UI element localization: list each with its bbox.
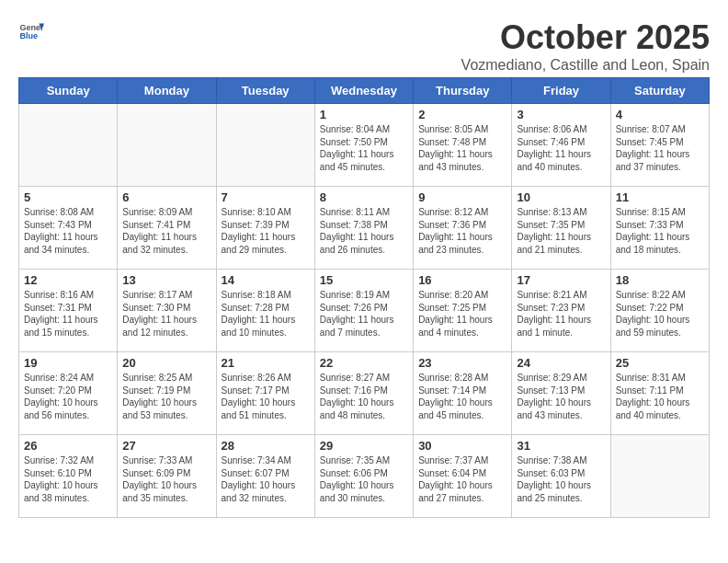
calendar-cell: 4Sunrise: 8:07 AM Sunset: 7:45 PM Daylig…	[610, 104, 709, 187]
day-number: 4	[616, 108, 704, 121]
day-info: Sunrise: 7:34 AM Sunset: 6:07 PM Dayligh…	[222, 454, 310, 504]
day-number: 16	[418, 273, 506, 287]
day-number: 30	[418, 439, 506, 453]
day-number: 26	[24, 439, 112, 453]
weekday-header: Sunday	[19, 78, 118, 104]
calendar-cell: 24Sunrise: 8:29 AM Sunset: 7:13 PM Dayli…	[512, 352, 610, 435]
calendar-cell: 30Sunrise: 7:37 AM Sunset: 6:04 PM Dayli…	[414, 435, 512, 518]
calendar-cell: 25Sunrise: 8:31 AM Sunset: 7:11 PM Dayli…	[610, 352, 709, 435]
calendar-cell: 8Sunrise: 8:11 AM Sunset: 7:38 PM Daylig…	[314, 187, 413, 270]
svg-text:Blue: Blue	[19, 31, 38, 40]
calendar-cell: 9Sunrise: 8:12 AM Sunset: 7:36 PM Daylig…	[414, 187, 512, 270]
calendar-cell: 20Sunrise: 8:25 AM Sunset: 7:19 PM Dayli…	[118, 352, 216, 435]
day-info: Sunrise: 8:22 AM Sunset: 7:22 PM Dayligh…	[616, 289, 704, 339]
day-info: Sunrise: 8:07 AM Sunset: 7:45 PM Dayligh…	[616, 123, 704, 173]
location-title: Vozmediano, Castille and Leon, Spain	[461, 57, 710, 74]
day-number: 25	[616, 356, 704, 370]
day-info: Sunrise: 8:08 AM Sunset: 7:43 PM Dayligh…	[24, 206, 112, 256]
title-block: October 2025 Vozmediano, Castille and Le…	[461, 18, 710, 74]
day-number: 2	[418, 108, 506, 121]
weekday-header: Wednesday	[314, 78, 413, 104]
calendar-cell: 23Sunrise: 8:28 AM Sunset: 7:14 PM Dayli…	[414, 352, 512, 435]
week-row: 12Sunrise: 8:16 AM Sunset: 7:31 PM Dayli…	[19, 270, 710, 352]
calendar-cell: 3Sunrise: 8:06 AM Sunset: 7:46 PM Daylig…	[512, 104, 610, 187]
day-info: Sunrise: 8:05 AM Sunset: 7:48 PM Dayligh…	[418, 123, 506, 173]
calendar-cell: 21Sunrise: 8:26 AM Sunset: 7:17 PM Dayli…	[216, 352, 314, 435]
day-number: 5	[24, 190, 112, 204]
day-number: 1	[320, 108, 408, 121]
calendar-cell: 27Sunrise: 7:33 AM Sunset: 6:09 PM Dayli…	[118, 435, 216, 518]
day-number: 17	[517, 273, 605, 287]
day-number: 13	[122, 273, 210, 287]
month-title: October 2025	[461, 18, 710, 57]
weekday-header: Friday	[512, 78, 610, 104]
weekday-header-row: SundayMondayTuesdayWednesdayThursdayFrid…	[19, 78, 710, 104]
day-info: Sunrise: 7:32 AM Sunset: 6:10 PM Dayligh…	[24, 454, 112, 504]
calendar-cell	[610, 435, 709, 518]
day-info: Sunrise: 8:12 AM Sunset: 7:36 PM Dayligh…	[418, 206, 506, 256]
calendar-cell: 14Sunrise: 8:18 AM Sunset: 7:28 PM Dayli…	[216, 270, 314, 352]
day-number: 9	[418, 190, 506, 204]
weekday-header: Saturday	[610, 78, 709, 104]
calendar-cell: 28Sunrise: 7:34 AM Sunset: 6:07 PM Dayli…	[216, 435, 314, 518]
calendar-cell: 15Sunrise: 8:19 AM Sunset: 7:26 PM Dayli…	[314, 270, 413, 352]
day-info: Sunrise: 8:16 AM Sunset: 7:31 PM Dayligh…	[24, 289, 112, 339]
day-info: Sunrise: 8:17 AM Sunset: 7:30 PM Dayligh…	[122, 289, 210, 339]
calendar-cell	[19, 104, 118, 187]
logo: General Blue	[18, 18, 46, 44]
day-info: Sunrise: 8:20 AM Sunset: 7:25 PM Dayligh…	[418, 289, 506, 339]
day-number: 3	[517, 108, 605, 121]
day-number: 31	[517, 439, 605, 453]
day-info: Sunrise: 8:24 AM Sunset: 7:20 PM Dayligh…	[24, 372, 112, 421]
calendar-cell: 10Sunrise: 8:13 AM Sunset: 7:35 PM Dayli…	[512, 187, 610, 270]
week-row: 26Sunrise: 7:32 AM Sunset: 6:10 PM Dayli…	[19, 435, 710, 518]
day-number: 12	[24, 273, 112, 287]
calendar-cell: 7Sunrise: 8:10 AM Sunset: 7:39 PM Daylig…	[216, 187, 314, 270]
day-number: 29	[320, 439, 408, 453]
day-number: 23	[418, 356, 506, 370]
day-info: Sunrise: 8:13 AM Sunset: 7:35 PM Dayligh…	[517, 206, 605, 256]
day-number: 6	[122, 190, 210, 204]
calendar-cell	[216, 104, 314, 187]
day-info: Sunrise: 8:19 AM Sunset: 7:26 PM Dayligh…	[320, 289, 408, 339]
calendar-cell: 6Sunrise: 8:09 AM Sunset: 7:41 PM Daylig…	[118, 187, 216, 270]
day-info: Sunrise: 8:28 AM Sunset: 7:14 PM Dayligh…	[418, 372, 506, 421]
day-number: 20	[122, 356, 210, 370]
weekday-header: Thursday	[414, 78, 512, 104]
day-number: 10	[517, 190, 605, 204]
day-info: Sunrise: 8:18 AM Sunset: 7:28 PM Dayligh…	[222, 289, 310, 339]
weekday-header: Tuesday	[216, 78, 314, 104]
day-info: Sunrise: 8:11 AM Sunset: 7:38 PM Dayligh…	[320, 206, 408, 256]
calendar-cell	[118, 104, 216, 187]
day-info: Sunrise: 8:09 AM Sunset: 7:41 PM Dayligh…	[122, 206, 210, 256]
calendar-cell: 19Sunrise: 8:24 AM Sunset: 7:20 PM Dayli…	[19, 352, 118, 435]
day-info: Sunrise: 8:25 AM Sunset: 7:19 PM Dayligh…	[122, 372, 210, 421]
day-info: Sunrise: 8:04 AM Sunset: 7:50 PM Dayligh…	[320, 123, 408, 173]
day-info: Sunrise: 7:38 AM Sunset: 6:03 PM Dayligh…	[517, 454, 605, 504]
calendar-cell: 17Sunrise: 8:21 AM Sunset: 7:23 PM Dayli…	[512, 270, 610, 352]
day-info: Sunrise: 8:21 AM Sunset: 7:23 PM Dayligh…	[517, 289, 605, 339]
calendar-cell: 18Sunrise: 8:22 AM Sunset: 7:22 PM Dayli…	[610, 270, 709, 352]
week-row: 19Sunrise: 8:24 AM Sunset: 7:20 PM Dayli…	[19, 352, 710, 435]
day-number: 11	[616, 190, 704, 204]
calendar-cell: 12Sunrise: 8:16 AM Sunset: 7:31 PM Dayli…	[19, 270, 118, 352]
calendar-cell: 13Sunrise: 8:17 AM Sunset: 7:30 PM Dayli…	[118, 270, 216, 352]
day-number: 7	[222, 190, 310, 204]
page-header: General Blue October 2025 Vozmediano, Ca…	[18, 18, 710, 74]
day-info: Sunrise: 8:26 AM Sunset: 7:17 PM Dayligh…	[222, 372, 310, 421]
calendar-cell: 2Sunrise: 8:05 AM Sunset: 7:48 PM Daylig…	[414, 104, 512, 187]
calendar-cell: 29Sunrise: 7:35 AM Sunset: 6:06 PM Dayli…	[314, 435, 413, 518]
day-info: Sunrise: 8:29 AM Sunset: 7:13 PM Dayligh…	[517, 372, 605, 421]
day-number: 18	[616, 273, 704, 287]
day-info: Sunrise: 7:33 AM Sunset: 6:09 PM Dayligh…	[122, 454, 210, 504]
calendar-cell: 31Sunrise: 7:38 AM Sunset: 6:03 PM Dayli…	[512, 435, 610, 518]
day-info: Sunrise: 8:06 AM Sunset: 7:46 PM Dayligh…	[517, 123, 605, 173]
day-number: 14	[222, 273, 310, 287]
day-info: Sunrise: 7:35 AM Sunset: 6:06 PM Dayligh…	[320, 454, 408, 504]
weekday-header: Monday	[118, 78, 216, 104]
day-number: 27	[122, 439, 210, 453]
day-number: 19	[24, 356, 112, 370]
day-info: Sunrise: 8:10 AM Sunset: 7:39 PM Dayligh…	[222, 206, 310, 256]
day-info: Sunrise: 8:27 AM Sunset: 7:16 PM Dayligh…	[320, 372, 408, 421]
day-number: 28	[222, 439, 310, 453]
